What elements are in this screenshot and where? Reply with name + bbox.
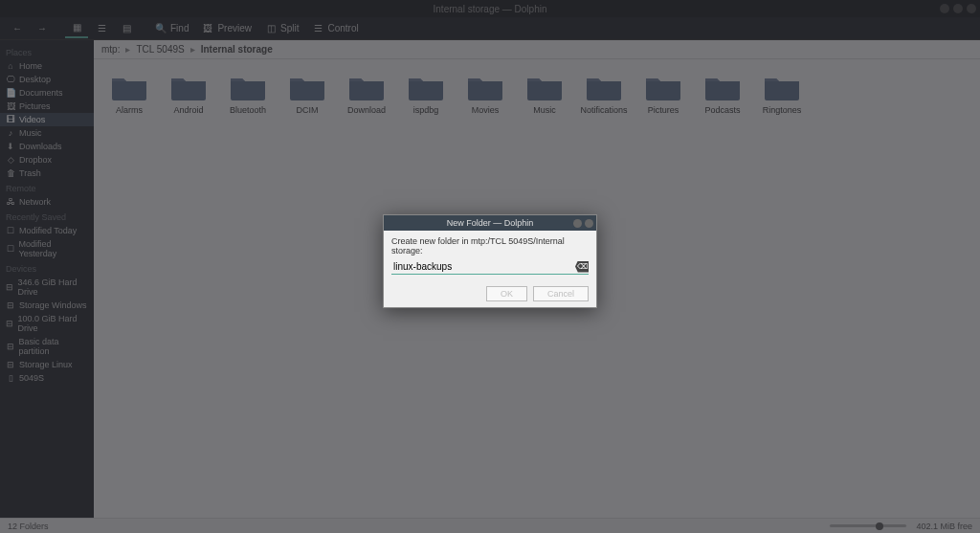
modal-overlay: New Folder — Dolphin Create new folder i… (0, 0, 980, 533)
ok-button[interactable]: OK (486, 286, 527, 301)
cancel-button[interactable]: Cancel (533, 286, 589, 301)
dialog-menu-icon[interactable] (573, 219, 582, 228)
clear-input-icon[interactable]: ⌫ (575, 261, 589, 273)
new-folder-dialog: New Folder — Dolphin Create new folder i… (383, 214, 597, 308)
dialog-close-icon[interactable] (585, 219, 593, 228)
dialog-prompt: Create new folder in mtp:/TCL 5049S/Inte… (391, 236, 589, 255)
dialog-title: New Folder — Dolphin (447, 218, 534, 228)
folder-name-input[interactable] (391, 259, 575, 274)
dialog-titlebar: New Folder — Dolphin (384, 215, 596, 231)
